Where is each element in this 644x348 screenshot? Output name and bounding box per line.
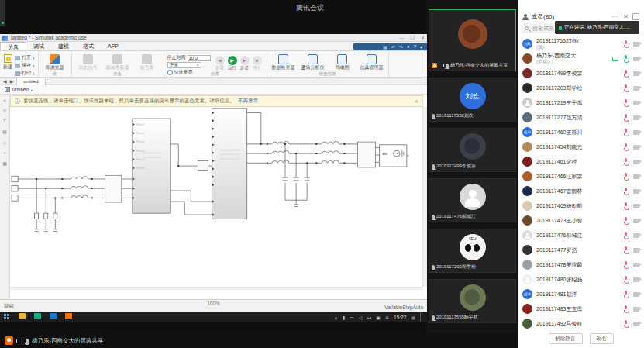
muted-mic-icon[interactable] bbox=[623, 217, 629, 224]
video-tile[interactable]: 2019117476郝城江 bbox=[429, 178, 516, 222]
muted-mic-icon[interactable] bbox=[623, 143, 629, 150]
new-button[interactable]: 新建 bbox=[3, 54, 12, 71]
camera-tray-icon[interactable]: ▭ bbox=[350, 315, 354, 320]
camera-off-icon[interactable] bbox=[633, 204, 639, 208]
muted-mic-icon[interactable] bbox=[623, 70, 629, 77]
camera-off-icon[interactable] bbox=[633, 160, 639, 164]
docked-toolbar-handle[interactable] bbox=[0, 0, 5, 26]
clock[interactable]: 15:22 bbox=[394, 315, 406, 320]
area-icon[interactable]: ▤ bbox=[2, 129, 7, 134]
step-forward-button[interactable]: ▶步进 bbox=[240, 56, 250, 71]
muted-mic-icon[interactable] bbox=[623, 320, 629, 327]
camera-off-icon[interactable] bbox=[633, 189, 639, 194]
camera-off-icon[interactable] bbox=[633, 130, 639, 135]
camera-off-icon[interactable] bbox=[633, 57, 639, 61]
camera-off-icon[interactable] bbox=[633, 42, 639, 47]
camera-off-icon[interactable] bbox=[633, 248, 639, 253]
camera-off-icon[interactable] bbox=[633, 86, 639, 91]
log-signals-button[interactable]: 日志信号 bbox=[75, 54, 102, 71]
rename-button[interactable]: 改名 bbox=[590, 333, 614, 344]
muted-mic-icon[interactable] bbox=[623, 114, 629, 121]
taskbar-app-green[interactable] bbox=[33, 312, 43, 322]
member-row[interactable]: 2019117203郑学松 bbox=[518, 81, 644, 95]
breadcrumb-item[interactable]: untitled bbox=[12, 87, 29, 92]
nav-forward-icon[interactable]: ▶ bbox=[10, 78, 14, 84]
speaker-icon[interactable]: ◁ bbox=[359, 315, 363, 320]
run-button[interactable]: ▶运行 bbox=[228, 56, 237, 71]
microphone-tray-icon[interactable]: ▮ bbox=[343, 315, 345, 320]
muted-mic-icon[interactable] bbox=[623, 276, 629, 283]
muted-mic-icon[interactable] bbox=[623, 99, 629, 106]
annotation-icon[interactable]: ≡ bbox=[3, 119, 6, 123]
unmute-button[interactable]: 解除静音 bbox=[549, 333, 583, 344]
camera-off-icon[interactable] bbox=[633, 277, 639, 282]
camera-off-icon[interactable] bbox=[633, 101, 639, 105]
hide-browser-icon[interactable]: « bbox=[3, 98, 5, 102]
zoom-icon[interactable]: ⊙ bbox=[2, 108, 6, 113]
sim-manager-button[interactable]: 仿真管理器 bbox=[359, 54, 385, 71]
signal-table-button[interactable]: 信号表 bbox=[134, 54, 160, 71]
undo-icon[interactable]: ↶ bbox=[391, 44, 395, 50]
usb-icon[interactable]: ⊶ bbox=[367, 315, 371, 320]
record-icon[interactable]: ● bbox=[407, 44, 410, 49]
tab-format[interactable]: 格式 bbox=[76, 42, 101, 50]
nav-back-icon[interactable]: ◀ bbox=[3, 78, 7, 84]
hidden-icons-caret[interactable]: ∧ bbox=[334, 315, 337, 320]
tab-simulation[interactable]: 仿真 bbox=[0, 42, 26, 50]
member-row[interactable]: 2019117483王玉库 bbox=[518, 301, 644, 316]
maximize-icon[interactable]: ❐ bbox=[411, 34, 415, 42]
camera-off-icon[interactable] bbox=[633, 145, 639, 150]
measurement-block-2[interactable] bbox=[358, 142, 376, 167]
camera-off-icon[interactable] bbox=[633, 71, 639, 76]
muted-mic-icon[interactable] bbox=[623, 291, 629, 298]
muted-mic-icon[interactable] bbox=[623, 40, 629, 47]
muted-mic-icon[interactable] bbox=[623, 84, 629, 91]
muted-mic-icon[interactable] bbox=[623, 261, 629, 268]
camera-off-icon[interactable] bbox=[633, 263, 639, 267]
taskbar-app-blue[interactable] bbox=[48, 312, 59, 322]
member-row[interactable]: 赵洋 2019117481赵洋 bbox=[518, 287, 644, 301]
member-row[interactable]: 刘欢 20191117552刘欢 (我) bbox=[518, 36, 644, 51]
member-row[interactable]: 2019117454刘晓光 bbox=[518, 140, 644, 154]
member-row[interactable]: 2019117469杨劭航 bbox=[518, 198, 644, 213]
video-tile[interactable]: 4EU 2019117203郑学松 bbox=[429, 229, 516, 273]
taskbar-app-orange[interactable] bbox=[64, 312, 74, 322]
minimize-icon[interactable]: — bbox=[400, 34, 405, 42]
ime-icon[interactable]: ▣ bbox=[376, 315, 381, 320]
add-viewer-button[interactable]: 添加查看器 bbox=[105, 54, 131, 71]
member-row[interactable]: 2019117480张绍扬 bbox=[518, 272, 644, 287]
video-tile[interactable]: 杨乃乐-西南交大的屏幕共享 bbox=[429, 9, 516, 71]
step-back-button[interactable]: ◀步退 bbox=[215, 56, 225, 71]
chevron-down-icon[interactable]: ▾ bbox=[420, 44, 422, 50]
member-row[interactable]: 2019117277范方清 bbox=[518, 110, 644, 125]
model-tab[interactable]: untitled bbox=[16, 78, 45, 85]
muted-mic-icon[interactable] bbox=[623, 202, 629, 209]
close-panel-icon[interactable]: ✕ bbox=[622, 13, 630, 20]
camera-off-icon[interactable] bbox=[633, 174, 639, 179]
member-row[interactable]: 栎川 2019117460王栎川 bbox=[518, 125, 644, 140]
member-row[interactable]: 2019117467雷雨林 bbox=[518, 184, 644, 198]
muted-mic-icon[interactable] bbox=[623, 246, 629, 253]
camera-off-icon[interactable] bbox=[633, 307, 639, 312]
add-block-icon[interactable]: + bbox=[3, 150, 6, 155]
stop-time-input[interactable] bbox=[188, 55, 211, 61]
grid-icon[interactable]: ▦ bbox=[2, 160, 7, 166]
help-icon[interactable]: ? bbox=[414, 44, 416, 49]
close-icon[interactable]: ✕ bbox=[415, 98, 418, 104]
subsystem-block-2[interactable] bbox=[212, 109, 246, 219]
model-canvas[interactable]: Pulse1Pulse2Pulse3 Pulse4Pulse5Pulse6 38… bbox=[10, 107, 422, 287]
birds-eye-button[interactable]: 鸟瞰图 bbox=[329, 54, 356, 71]
signal-icon[interactable]: ◇ bbox=[3, 140, 7, 145]
video-tile[interactable]: 2019117499李俊霖 bbox=[429, 128, 516, 172]
video-tile[interactable]: 刘欢 20191117552刘欢 bbox=[429, 78, 516, 122]
sim-mode-select[interactable]: 正常▾ bbox=[167, 62, 201, 68]
save-button[interactable]: 保存▾ bbox=[15, 62, 35, 69]
member-row[interactable]: 2019117473王小智 bbox=[518, 213, 644, 228]
dismiss-link[interactable]: 不再显示 bbox=[238, 98, 258, 105]
network-icon[interactable]: ⊕ bbox=[385, 315, 389, 320]
logic-analyzer-button[interactable]: 逻辑分析仪 bbox=[300, 54, 326, 71]
member-row[interactable]: 2019117476郝城江 bbox=[518, 228, 644, 243]
member-row[interactable]: 2019117477罗浩 bbox=[518, 243, 644, 257]
video-tile[interactable]: 20191117555杨宇航 bbox=[429, 279, 516, 323]
status-solver[interactable]: VariableStepAuto bbox=[384, 305, 423, 310]
